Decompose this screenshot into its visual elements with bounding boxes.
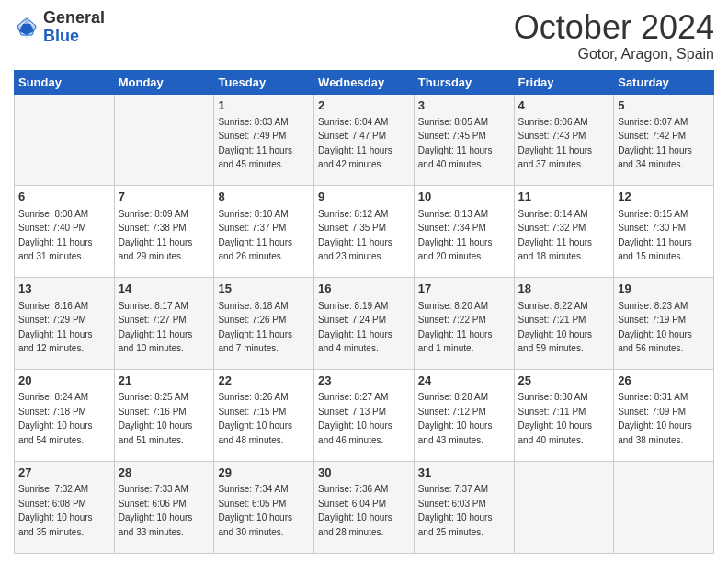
day-cell: 19 Sunrise: 8:23 AMSunset: 7:19 PMDaylig… [614, 278, 714, 370]
day-cell: 3 Sunrise: 8:05 AMSunset: 7:45 PMDayligh… [414, 94, 514, 186]
day-cell: 10 Sunrise: 8:13 AMSunset: 7:34 PMDaylig… [414, 186, 514, 278]
week-row-2: 6 Sunrise: 8:08 AMSunset: 7:40 PMDayligh… [15, 186, 714, 278]
day-cell: 7 Sunrise: 8:09 AMSunset: 7:38 PMDayligh… [114, 186, 214, 278]
day-cell: 16 Sunrise: 8:19 AMSunset: 7:24 PMDaylig… [314, 278, 415, 370]
day-number: 27 [18, 465, 110, 481]
day-cell: 26 Sunrise: 8:31 AMSunset: 7:09 PMDaylig… [614, 370, 714, 462]
day-info: Sunrise: 7:32 AMSunset: 6:08 PMDaylight:… [18, 484, 93, 537]
day-number: 16 [318, 281, 410, 297]
day-info: Sunrise: 8:12 AMSunset: 7:35 PMDaylight:… [318, 209, 392, 262]
day-number: 11 [518, 189, 610, 205]
day-cell [514, 462, 614, 554]
day-cell: 27 Sunrise: 7:32 AMSunset: 6:08 PMDaylig… [15, 462, 115, 554]
day-cell: 15 Sunrise: 8:18 AMSunset: 7:26 PMDaylig… [214, 278, 314, 370]
day-info: Sunrise: 8:06 AMSunset: 7:43 PMDaylight:… [518, 117, 593, 170]
page: General Blue October 2024 Gotor, Aragon,… [0, 0, 728, 563]
day-number: 3 [418, 98, 510, 114]
day-info: Sunrise: 8:03 AMSunset: 7:49 PMDaylight:… [218, 117, 292, 170]
day-cell: 24 Sunrise: 8:28 AMSunset: 7:12 PMDaylig… [414, 370, 514, 462]
day-number: 21 [119, 373, 210, 389]
day-info: Sunrise: 8:15 AMSunset: 7:30 PMDaylight:… [618, 209, 692, 262]
day-info: Sunrise: 8:04 AMSunset: 7:47 PMDaylight:… [318, 117, 392, 170]
weekday-header-tuesday: Tuesday [214, 70, 314, 94]
day-cell: 13 Sunrise: 8:16 AMSunset: 7:29 PMDaylig… [15, 278, 115, 370]
day-info: Sunrise: 8:31 AMSunset: 7:09 PMDaylight:… [618, 392, 692, 445]
header: General Blue October 2024 Gotor, Aragon,… [14, 9, 714, 63]
day-cell: 17 Sunrise: 8:20 AMSunset: 7:22 PMDaylig… [414, 278, 514, 370]
location-title: Gotor, Aragon, Spain [514, 46, 714, 63]
day-info: Sunrise: 8:13 AMSunset: 7:34 PMDaylight:… [418, 209, 493, 262]
day-info: Sunrise: 7:34 AMSunset: 6:05 PMDaylight:… [218, 484, 292, 537]
day-cell: 20 Sunrise: 8:24 AMSunset: 7:18 PMDaylig… [15, 370, 115, 462]
day-info: Sunrise: 8:10 AMSunset: 7:37 PMDaylight:… [218, 209, 292, 262]
day-number: 30 [318, 465, 410, 481]
day-info: Sunrise: 8:28 AMSunset: 7:12 PMDaylight:… [418, 392, 493, 445]
day-number: 26 [618, 373, 710, 389]
day-number: 9 [318, 189, 410, 205]
weekday-header-friday: Friday [514, 70, 614, 94]
day-info: Sunrise: 8:18 AMSunset: 7:26 PMDaylight:… [218, 301, 292, 354]
day-info: Sunrise: 8:30 AMSunset: 7:11 PMDaylight:… [518, 392, 593, 445]
day-number: 12 [618, 189, 710, 205]
day-number: 13 [18, 281, 110, 297]
day-number: 29 [218, 465, 310, 481]
day-number: 28 [119, 465, 210, 481]
day-info: Sunrise: 8:27 AMSunset: 7:13 PMDaylight:… [318, 392, 392, 445]
calendar: SundayMondayTuesdayWednesdayThursdayFrid… [14, 70, 714, 554]
day-cell: 2 Sunrise: 8:04 AMSunset: 7:47 PMDayligh… [314, 94, 415, 186]
day-cell: 21 Sunrise: 8:25 AMSunset: 7:16 PMDaylig… [114, 370, 214, 462]
day-number: 1 [218, 98, 310, 114]
day-number: 7 [119, 189, 210, 205]
day-cell: 6 Sunrise: 8:08 AMSunset: 7:40 PMDayligh… [15, 186, 115, 278]
weekday-header-monday: Monday [114, 70, 214, 94]
day-info: Sunrise: 8:08 AMSunset: 7:40 PMDaylight:… [18, 209, 93, 262]
logo-icon [14, 15, 40, 40]
day-info: Sunrise: 7:37 AMSunset: 6:03 PMDaylight:… [418, 484, 493, 537]
day-number: 20 [18, 373, 110, 389]
week-row-1: 1 Sunrise: 8:03 AMSunset: 7:49 PMDayligh… [15, 94, 714, 186]
weekday-header-wednesday: Wednesday [314, 70, 415, 94]
day-cell: 22 Sunrise: 8:26 AMSunset: 7:15 PMDaylig… [214, 370, 314, 462]
logo: General Blue [14, 9, 105, 46]
day-cell: 1 Sunrise: 8:03 AMSunset: 7:49 PMDayligh… [214, 94, 314, 186]
week-row-3: 13 Sunrise: 8:16 AMSunset: 7:29 PMDaylig… [15, 278, 714, 370]
day-info: Sunrise: 8:07 AMSunset: 7:42 PMDaylight:… [618, 117, 692, 170]
weekday-header-saturday: Saturday [614, 70, 714, 94]
day-info: Sunrise: 8:22 AMSunset: 7:21 PMDaylight:… [518, 301, 593, 354]
day-info: Sunrise: 8:26 AMSunset: 7:15 PMDaylight:… [218, 392, 292, 445]
day-cell: 5 Sunrise: 8:07 AMSunset: 7:42 PMDayligh… [614, 94, 714, 186]
day-number: 31 [418, 465, 510, 481]
day-number: 18 [518, 281, 610, 297]
day-cell: 4 Sunrise: 8:06 AMSunset: 7:43 PMDayligh… [514, 94, 614, 186]
day-info: Sunrise: 8:19 AMSunset: 7:24 PMDaylight:… [318, 301, 392, 354]
day-number: 25 [518, 373, 610, 389]
day-number: 2 [318, 98, 410, 114]
day-info: Sunrise: 8:16 AMSunset: 7:29 PMDaylight:… [18, 301, 93, 354]
day-cell: 28 Sunrise: 7:33 AMSunset: 6:06 PMDaylig… [114, 462, 214, 554]
week-row-4: 20 Sunrise: 8:24 AMSunset: 7:18 PMDaylig… [15, 370, 714, 462]
month-title: October 2024 [514, 9, 714, 46]
day-cell: 29 Sunrise: 7:34 AMSunset: 6:05 PMDaylig… [214, 462, 314, 554]
day-info: Sunrise: 7:33 AMSunset: 6:06 PMDaylight:… [119, 484, 193, 537]
day-number: 14 [119, 281, 210, 297]
day-info: Sunrise: 7:36 AMSunset: 6:04 PMDaylight:… [318, 484, 392, 537]
week-row-5: 27 Sunrise: 7:32 AMSunset: 6:08 PMDaylig… [15, 462, 714, 554]
title-block: October 2024 Gotor, Aragon, Spain [514, 9, 714, 63]
logo-general: General [43, 8, 105, 27]
day-cell: 23 Sunrise: 8:27 AMSunset: 7:13 PMDaylig… [314, 370, 415, 462]
day-cell: 14 Sunrise: 8:17 AMSunset: 7:27 PMDaylig… [114, 278, 214, 370]
logo-text: General Blue [43, 9, 105, 46]
day-cell: 31 Sunrise: 7:37 AMSunset: 6:03 PMDaylig… [414, 462, 514, 554]
day-cell: 18 Sunrise: 8:22 AMSunset: 7:21 PMDaylig… [514, 278, 614, 370]
day-info: Sunrise: 8:24 AMSunset: 7:18 PMDaylight:… [18, 392, 93, 445]
day-number: 10 [418, 189, 510, 205]
day-info: Sunrise: 8:09 AMSunset: 7:38 PMDaylight:… [119, 209, 193, 262]
day-number: 6 [18, 189, 110, 205]
calendar-body: 1 Sunrise: 8:03 AMSunset: 7:49 PMDayligh… [15, 94, 714, 553]
day-cell [614, 462, 714, 554]
calendar-header: SundayMondayTuesdayWednesdayThursdayFrid… [15, 70, 714, 94]
day-number: 17 [418, 281, 510, 297]
weekday-header-thursday: Thursday [414, 70, 514, 94]
day-number: 5 [618, 98, 710, 114]
day-number: 4 [518, 98, 610, 114]
